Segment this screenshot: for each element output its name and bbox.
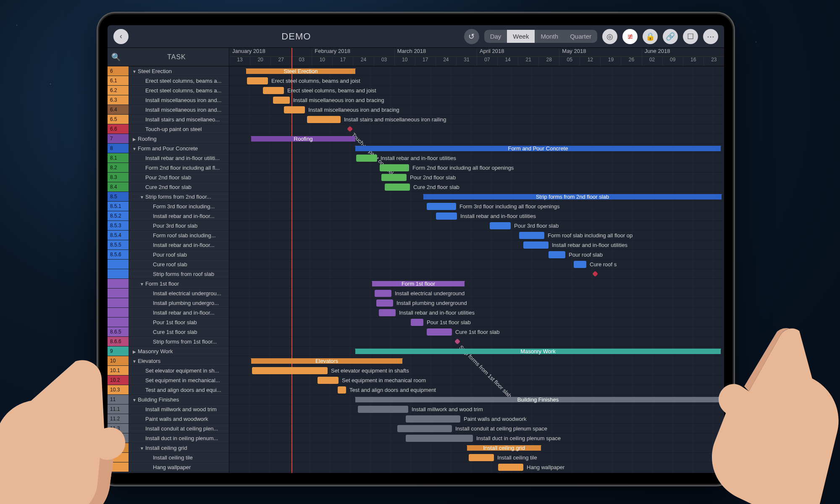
gantt-row[interactable] bbox=[229, 269, 724, 279]
gantt-bar[interactable]: Form 1st floor bbox=[372, 281, 465, 286]
gantt-bar[interactable]: Strip forms from 2nd floor slab bbox=[423, 194, 722, 200]
gantt-bar[interactable]: Pour 2nd floor slab bbox=[381, 174, 407, 181]
task-row[interactable]: 8.5.4Form roof slab including... bbox=[108, 231, 229, 240]
task-row[interactable]: Strip forms from roof slab bbox=[108, 269, 229, 279]
gantt-bar[interactable]: Set equipment in mechanical room bbox=[318, 377, 339, 384]
target-button[interactable]: ◎ bbox=[602, 29, 617, 44]
lock-button[interactable]: 🔒 bbox=[643, 29, 658, 44]
gantt-row[interactable]: Test and align doors and equipment bbox=[229, 385, 724, 395]
gantt-bar[interactable]: Form 2nd floor including all floor openi… bbox=[380, 164, 409, 171]
task-row[interactable]: Install electrical undergrou... bbox=[108, 289, 229, 298]
gantt-bar[interactable]: Form 3rd floor including all floor openi… bbox=[427, 203, 456, 210]
gantt-bar[interactable]: Cure 2nd floor slab bbox=[385, 184, 410, 191]
gantt-row[interactable]: Elevators bbox=[229, 356, 724, 366]
gantt-bar[interactable]: Pour roof slab bbox=[549, 251, 565, 258]
gantt-row[interactable]: Form roof slab including all floor op bbox=[229, 231, 724, 240]
gantt-bar[interactable]: Install rebar and in-floor utilities bbox=[523, 242, 549, 249]
search-icon[interactable]: 🔍 bbox=[108, 52, 124, 62]
gantt-bar[interactable]: Form roof slab including all floor op bbox=[519, 232, 544, 239]
gantt-row[interactable]: Install rebar and in-floor utilities bbox=[229, 308, 724, 318]
task-row[interactable]: 11▼Building Finishes bbox=[108, 395, 229, 404]
gantt-row[interactable]: Masonry Work bbox=[229, 346, 724, 356]
task-row[interactable]: ▼Form 1st floor bbox=[108, 279, 229, 289]
gantt-bar[interactable]: Install duct in ceiling plenum space bbox=[406, 435, 473, 442]
gantt-row[interactable]: Steel Erection bbox=[229, 66, 724, 76]
task-row[interactable]: 8.5.3Pour 3rd floor slab bbox=[108, 221, 229, 231]
task-row[interactable]: 10.1Set elevator equipment in sh... bbox=[108, 366, 229, 375]
time-scale-segmented[interactable]: Day Week Month Quarter bbox=[484, 30, 597, 43]
task-row[interactable]: 8.6.5Cure 1st floor slab bbox=[108, 327, 229, 337]
gantt-rows[interactable]: Steel ErectionErect steel columns, beams… bbox=[229, 66, 724, 472]
task-row[interactable]: Cure roof slab bbox=[108, 260, 229, 269]
share-button[interactable]: ☐ bbox=[683, 29, 698, 44]
seg-week[interactable]: Week bbox=[507, 30, 535, 43]
task-row[interactable]: 8.6.6Strip forms from 1st floor... bbox=[108, 337, 229, 346]
gantt-row[interactable]: Form 1st floor bbox=[229, 279, 724, 289]
gantt-row[interactable]: Form and Pour Concrete bbox=[229, 144, 724, 153]
back-button[interactable]: ‹ bbox=[113, 29, 129, 44]
gantt-row[interactable]: Form 3rd floor including all floor openi… bbox=[229, 202, 724, 211]
gantt-row[interactable]: Install ceiling tile bbox=[229, 453, 724, 462]
task-row[interactable]: 6.4Install miscellaneous iron and... bbox=[108, 105, 229, 115]
task-row[interactable]: ▼Install ceiling grid bbox=[108, 443, 229, 453]
seg-day[interactable]: Day bbox=[484, 30, 507, 43]
gantt-row[interactable]: Set elevator equipment in shafts bbox=[229, 366, 724, 375]
gantt-row[interactable]: Install conduit at ceiling plenum space bbox=[229, 424, 724, 433]
gantt-row[interactable]: Touch-up paint on steel bbox=[229, 124, 724, 134]
gantt-bar[interactable]: Install ceiling grid bbox=[467, 445, 541, 451]
gantt-bar[interactable]: Cure 1st floor slab bbox=[427, 328, 452, 336]
task-row[interactable]: 8.1Install rebar and in-floor utiliti... bbox=[108, 153, 229, 163]
gantt-bar[interactable]: Install rebar and in-floor utilities bbox=[356, 155, 377, 162]
task-row[interactable]: 7▶Roofing bbox=[108, 134, 229, 144]
task-row[interactable]: 10.3Test and align doors and equi... bbox=[108, 385, 229, 395]
gantt-row[interactable]: Install rebar and in-floor utilities bbox=[229, 240, 724, 250]
gantt-row[interactable]: Hang wallpaper bbox=[229, 462, 724, 472]
gantt-bar[interactable]: Steel Erection bbox=[246, 68, 355, 74]
gantt-row[interactable]: Set equipment in mechanical room bbox=[229, 375, 724, 385]
gantt-bar[interactable]: Paint walls and woodwork bbox=[406, 415, 460, 423]
gantt-row[interactable]: Install rebar and in-floor utilities bbox=[229, 153, 724, 163]
gantt-row[interactable]: Strip forms from 2nd floor slab bbox=[229, 192, 724, 202]
gantt-row[interactable]: Pour 2nd floor slab bbox=[229, 173, 724, 182]
task-row[interactable]: 8.4Cure 2nd floor slab bbox=[108, 182, 229, 192]
task-row[interactable]: 8.3Pour 2nd floor slab bbox=[108, 173, 229, 182]
task-row[interactable]: 6▼Steel Erection bbox=[108, 66, 229, 76]
gantt-bar[interactable]: Install conduit at ceiling plenum space bbox=[397, 425, 452, 432]
gantt-row[interactable]: Install rebar and in-floor utilities bbox=[229, 211, 724, 221]
gantt-bar[interactable]: Install miscellaneous iron and bracing bbox=[284, 106, 305, 113]
gantt-bar[interactable]: Masonry Work bbox=[355, 349, 721, 354]
task-row[interactable]: 8.5.6Pour roof slab bbox=[108, 250, 229, 260]
task-row[interactable]: 11.1Install millwork and wood trim bbox=[108, 404, 229, 414]
gantt-row[interactable]: Pour 3rd floor slab bbox=[229, 221, 724, 231]
gantt-row[interactable]: Install millwork and wood trim bbox=[229, 404, 724, 414]
task-list[interactable]: 6▼Steel Erection6.1Erect steel columns, … bbox=[108, 66, 229, 473]
task-row[interactable]: 6.6Touch-up paint on steel bbox=[108, 124, 229, 134]
task-row[interactable]: 8.2Form 2nd floor including all fl... bbox=[108, 163, 229, 173]
gantt-bar[interactable]: Install electrical underground bbox=[375, 290, 391, 297]
gantt-row[interactable]: Erect steel columns, beams and joist bbox=[229, 76, 724, 86]
gantt-row[interactable]: Strip forms from 1st floor slab bbox=[229, 337, 724, 346]
gantt-row[interactable]: Install ceiling grid bbox=[229, 443, 724, 453]
gantt-bar[interactable]: Install rebar and in-floor utilities bbox=[436, 213, 457, 220]
gantt-area[interactable]: January 2018February 2018March 2018April… bbox=[229, 48, 724, 473]
gantt-row[interactable]: Erect steel columns, beams and joist bbox=[229, 86, 724, 95]
gantt-row[interactable]: Install miscellaneous iron and bracing bbox=[229, 105, 724, 115]
gantt-row[interactable]: Cure 2nd floor slab bbox=[229, 182, 724, 192]
gantt-row[interactable]: Install miscellaneous iron and bracing bbox=[229, 95, 724, 105]
gantt-row[interactable]: Install stairs and miscellaneous iron ra… bbox=[229, 115, 724, 124]
task-row[interactable]: 11.2Paint walls and woodwork bbox=[108, 414, 229, 424]
gantt-bar[interactable]: Erect steel columns, beams and joist bbox=[247, 77, 268, 84]
gantt-bar[interactable]: Set elevator equipment in shafts bbox=[252, 367, 328, 374]
gantt-row[interactable]: Building Finishes bbox=[229, 395, 724, 404]
gantt-row[interactable]: Cure roof s bbox=[229, 260, 724, 269]
gantt-bar[interactable]: Install miscellaneous iron and bracing bbox=[273, 97, 290, 104]
gantt-bar[interactable]: Cure roof s bbox=[574, 261, 586, 268]
task-row[interactable]: 10.2Set equipment in mechanical... bbox=[108, 375, 229, 385]
task-row[interactable]: Install rebar and in-floor... bbox=[108, 308, 229, 318]
gantt-bar[interactable]: Install rebar and in-floor utilities bbox=[379, 309, 396, 316]
gantt-bar[interactable]: Erect steel columns, beams and joist bbox=[263, 87, 284, 94]
gantt-bar[interactable]: Pour 1st floor slab bbox=[411, 319, 423, 326]
seg-quarter[interactable]: Quarter bbox=[564, 30, 597, 43]
task-row[interactable]: 8▼Form and Pour Concrete bbox=[108, 144, 229, 153]
more-button[interactable]: ⋯ bbox=[703, 29, 718, 44]
